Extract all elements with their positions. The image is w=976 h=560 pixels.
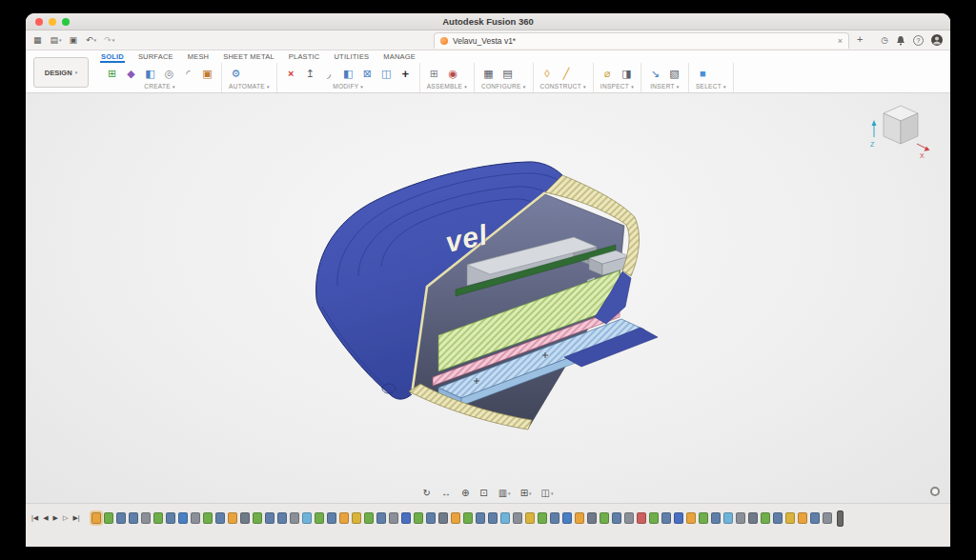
job-status-icon[interactable]: ◷ [881, 36, 888, 45]
timeline-hole-icon[interactable] [500, 512, 510, 524]
insert-menu-button[interactable]: INSERT▾ [648, 83, 681, 90]
section-analysis-icon[interactable]: ◨ [620, 66, 634, 81]
delete-icon[interactable]: × [284, 66, 298, 81]
timeline-extrude-icon[interactable] [426, 512, 436, 524]
timeline-sketch-icon[interactable] [761, 512, 770, 524]
model-3d-section-view[interactable]: vel [305, 154, 686, 440]
timeline-begin-button[interactable]: |◀ [31, 514, 38, 522]
timeline-hole-icon[interactable] [723, 512, 733, 524]
insert-mesh-icon[interactable]: ▧ [667, 66, 681, 81]
tab-surface[interactable]: SURFACE [137, 51, 174, 63]
timeline-plane-icon[interactable] [785, 512, 795, 524]
configure-menu-button[interactable]: CONFIGURE▾ [481, 83, 526, 90]
timeline-fillet-icon[interactable] [389, 512, 398, 524]
timeline-component-icon[interactable] [451, 512, 460, 524]
timeline-combine-icon[interactable] [674, 512, 683, 524]
timeline-sketch-icon[interactable] [253, 512, 262, 524]
timeline-plane-icon[interactable] [525, 512, 535, 524]
configure-icon[interactable]: ▦ [481, 66, 496, 81]
split-body-icon[interactable]: ◫ [379, 66, 394, 81]
timeline-step-back-button[interactable]: ◀ [43, 514, 48, 522]
orbit-icon[interactable]: ↻ [422, 489, 431, 498]
undo-icon[interactable]: ↶▾ [86, 36, 96, 45]
user-avatar[interactable] [931, 34, 943, 46]
timeline-fillet-icon[interactable] [624, 512, 634, 524]
save-icon[interactable]: ▣ [70, 36, 79, 45]
create-menu-button[interactable]: CREATE▾ [105, 83, 214, 90]
file-menu-icon[interactable]: ▤▾ [51, 36, 62, 45]
timeline-position-marker[interactable] [837, 510, 844, 527]
display-settings-icon[interactable]: ▥▾ [498, 489, 511, 498]
timeline-extrude-icon[interactable] [129, 512, 138, 524]
timeline-fillet-icon[interactable] [290, 512, 299, 524]
timeline-fillet-icon[interactable] [736, 512, 745, 524]
configuration-table-icon[interactable]: ▤ [500, 66, 515, 81]
timeline-joint-icon[interactable] [748, 512, 758, 524]
timeline-extrude-icon[interactable] [711, 512, 721, 524]
timeline-sketch-icon[interactable] [600, 512, 609, 524]
select-icon[interactable]: ■ [696, 66, 710, 81]
timeline-extrude-icon[interactable] [476, 512, 485, 524]
design-workspace-switcher[interactable]: DESIGN▾ [33, 57, 89, 88]
construct-menu-button[interactable]: CONSTRUCT▾ [540, 83, 586, 90]
tab-manage[interactable]: MANAGE [382, 51, 417, 63]
timeline-hole-icon[interactable] [302, 512, 312, 524]
timeline-extrude-icon[interactable] [277, 512, 287, 524]
timeline-suppressed-icon[interactable] [637, 512, 646, 524]
extrude-icon[interactable]: ◧ [143, 66, 157, 81]
grid-settings-icon[interactable]: ⊞▾ [520, 489, 532, 498]
document-tab[interactable]: Velavu_Vesta v1* × [434, 32, 849, 49]
apps-grid-icon[interactable]: ▦ [33, 36, 43, 45]
select-menu-button[interactable]: SELECT▾ [696, 83, 726, 90]
timeline-sketch-icon[interactable] [203, 512, 213, 524]
timeline-joint-icon[interactable] [438, 512, 448, 524]
construction-axis-icon[interactable]: ╱ [559, 66, 574, 81]
timeline-fillet-icon[interactable] [191, 512, 200, 524]
timeline-sketch-icon[interactable] [104, 512, 113, 524]
timeline-extrude-icon[interactable] [773, 512, 783, 524]
timeline-component-icon[interactable] [686, 512, 696, 524]
create-form-icon[interactable]: ◆ [124, 66, 138, 81]
modify-menu-button[interactable]: MODIFY▾ [284, 83, 413, 90]
new-tab-button[interactable]: + [857, 33, 863, 45]
timeline-component-icon[interactable] [575, 512, 584, 524]
viewports-icon[interactable]: ◫▾ [541, 489, 554, 498]
timeline-fillet-icon[interactable] [513, 512, 522, 524]
revolve-icon[interactable]: ◎ [162, 66, 176, 81]
view-cube[interactable]: Z X [863, 99, 935, 160]
timeline-extrude-icon[interactable] [550, 512, 559, 524]
timeline-extrude-icon[interactable] [116, 512, 126, 524]
timeline-sketch-icon[interactable] [699, 512, 708, 524]
timeline-sketch-icon[interactable] [649, 512, 659, 524]
redo-icon[interactable]: ↷▾ [104, 36, 114, 45]
window-titlebar[interactable]: Autodesk Fusion 360 [26, 13, 950, 30]
timeline-extrude-icon[interactable] [327, 512, 336, 524]
notifications-bell-icon[interactable] [896, 35, 905, 46]
tab-close-button[interactable]: × [838, 36, 843, 46]
timeline-extrude-icon[interactable] [488, 512, 498, 524]
timeline-fillet-icon[interactable] [141, 512, 151, 524]
timeline-component-icon[interactable] [228, 512, 237, 524]
tab-plastic[interactable]: PLASTIC [288, 51, 321, 63]
timeline-play-button[interactable]: ▶ [53, 514, 58, 522]
timeline-extrude-icon[interactable] [810, 512, 820, 524]
tab-solid[interactable]: SOLID [100, 51, 125, 63]
timeline-extrude-icon[interactable] [612, 512, 621, 524]
fit-icon[interactable]: ⊡ [479, 489, 488, 498]
pan-icon[interactable]: ↔ [441, 489, 452, 498]
timeline-shell-icon[interactable] [178, 512, 188, 524]
automate-icon[interactable]: ⚙ [229, 66, 243, 81]
joint-icon[interactable]: ◉ [446, 66, 460, 81]
timeline-extrude-icon[interactable] [376, 512, 386, 524]
assistant-badge-icon[interactable] [930, 487, 940, 496]
timeline-sketch-icon[interactable] [463, 512, 473, 524]
timeline-extrude-icon[interactable] [661, 512, 671, 524]
primitive-box-icon[interactable]: ▣ [200, 66, 214, 81]
timeline-fillet-icon[interactable] [823, 512, 832, 524]
measure-icon[interactable]: ⌀ [600, 66, 615, 81]
construction-plane-icon[interactable]: ◊ [540, 66, 555, 81]
timeline-extrude-icon[interactable] [166, 512, 175, 524]
timeline-end-button[interactable]: ▶| [72, 514, 79, 522]
timeline-sketch-icon[interactable] [153, 512, 163, 524]
insert-derive-icon[interactable]: ↘ [648, 66, 662, 81]
